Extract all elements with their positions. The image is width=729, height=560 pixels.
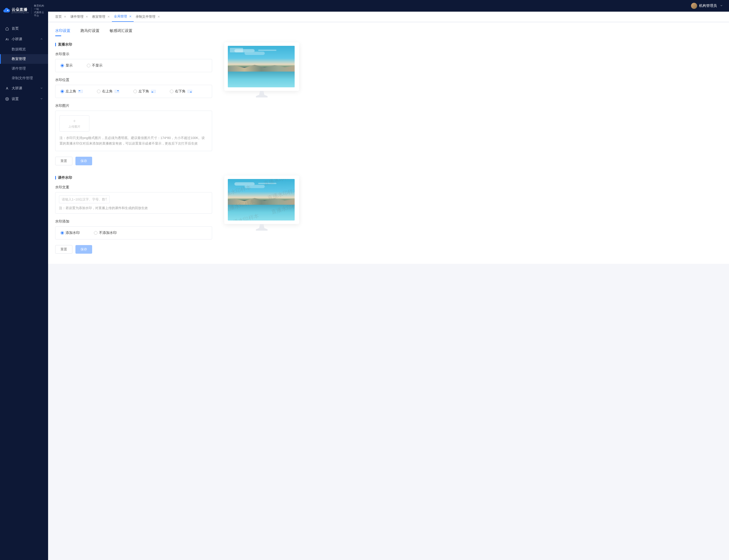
topbar: 机构管理员 [48,0,729,12]
radio-bottomleft[interactable]: 左下角 [133,89,156,94]
group-icon [5,86,9,90]
brand-domain: yunduoketang.com [12,12,29,14]
text-hint: 注：若设置为添加水印，对直播上传的课件和生成的回放生效 [59,206,208,210]
brand-title: 云朵直播 [12,8,29,12]
add-radio-group: 添加水印 不添加水印 [55,226,212,239]
nav-settings[interactable]: 设置 [0,94,48,104]
label-display: 水印显示 [55,52,212,56]
position-thumb-icon [151,90,156,93]
chevron-down-icon [40,86,43,90]
chevron-up-icon [40,37,43,41]
tab-global[interactable]: 全局管理✕ [112,12,134,22]
close-icon[interactable]: ✕ [129,15,132,18]
nav-overview[interactable]: 数据概览 [0,45,48,54]
display-radio-group: 显示 不显示 [55,59,212,72]
label-add: 水印添加 [55,219,212,224]
position-radio-group: 左上角 右上角 左下角 右下角 [55,85,212,98]
sidebar: 云朵直播 yunduoketang.com 教育机构一站 式服务云平台 首页 小… [0,0,48,560]
nav-home[interactable]: 首页 [0,23,48,34]
position-thumb-icon [188,90,192,93]
radio-no-add[interactable]: 不添加水印 [94,231,117,235]
plus-icon: ＋ [72,118,77,123]
gear-icon [5,97,9,101]
tab-home[interactable]: 首页✕ [53,12,68,22]
save-button-2[interactable]: 保存 [75,245,92,254]
close-icon[interactable]: ✕ [107,15,110,18]
reset-button[interactable]: 重置 [55,157,72,165]
section-courseware-watermark: 课件水印 [55,175,212,180]
radio-topleft[interactable]: 左上角 [60,89,83,94]
radio-bottomright[interactable]: 右下角 [170,89,192,94]
close-icon[interactable]: ✕ [86,15,88,18]
label-position: 水印位置 [55,78,212,82]
tab-recording[interactable]: 录制文件管理✕ [134,12,162,22]
close-icon[interactable]: ✕ [64,15,66,18]
logo: 云朵直播 yunduoketang.com 教育机构一站 式服务云平台 [0,0,48,21]
svg-point-1 [6,38,7,39]
home-icon [5,27,9,31]
position-thumb-icon [78,90,83,93]
tab-classroom[interactable]: 教室管理✕ [90,12,112,22]
chevron-down-icon [40,97,43,101]
watermark-text-input[interactable] [59,195,110,203]
radio-add[interactable]: 添加水印 [60,231,80,235]
label-image: 水印图片 [55,104,212,108]
upload-hint: 注：水印只支持png格式图片，且必须为透明底。建议最佳图片尺寸：174*80，大… [59,135,208,146]
page-content: 水印设置 跑马灯设置 敏感词汇设置 直播水印 水印显示 显示 不显示 [48,23,729,264]
main-nav: 首页 小班课 数据概览 教室管理 课件管理 录制文件管理 大班课 设置 [0,21,48,104]
nav-small-class[interactable]: 小班课 [0,34,48,45]
svg-point-2 [7,87,8,88]
svg-point-0 [7,10,8,11]
radio-hide[interactable]: 不显示 [87,63,103,68]
sub-tab-watermark[interactable]: 水印设置 [55,28,70,36]
user-menu[interactable]: 机构管理员 [691,3,723,9]
nav-courseware[interactable]: 课件管理 [0,64,48,73]
upload-button[interactable]: ＋ 上传图片 [59,115,89,132]
page-tabs: 首页✕ 课件管理✕ 教室管理✕ 全局管理✕ 录制文件管理✕ [48,12,729,22]
chevron-down-icon [720,4,723,8]
label-text: 水印文案 [55,185,212,190]
tab-courseware[interactable]: 课件管理✕ [68,12,90,22]
user-name: 机构管理员 [699,4,717,8]
sub-tab-marquee[interactable]: 跑马灯设置 [80,28,99,36]
preview-monitor-1 [224,42,299,91]
sub-tabs: 水印设置 跑马灯设置 敏感词汇设置 [55,23,722,36]
diagonal-watermark-icon: 直播水印样本直播水印样本 直播水印样本直播水印样本 直播水印样本直播水印样本 [228,179,295,221]
sub-tab-sensitive[interactable]: 敏感词汇设置 [110,28,132,36]
users-icon [5,37,9,41]
svg-point-3 [7,98,8,99]
position-thumb-icon [115,90,119,93]
avatar [691,3,697,9]
close-icon[interactable]: ✕ [157,15,160,18]
nav-big-class[interactable]: 大班课 [0,83,48,94]
section-live-watermark: 直播水印 [55,42,212,47]
watermark-badge-icon [230,48,243,52]
radio-show[interactable]: 显示 [60,63,73,68]
preview-monitor-2: 直播水印样本直播水印样本 直播水印样本直播水印样本 直播水印样本直播水印样本 [224,175,299,224]
brand-slogan: 教育机构一站 式服务云平台 [34,4,45,17]
reset-button-2[interactable]: 重置 [55,245,72,254]
save-button[interactable]: 保存 [75,157,92,165]
nav-classroom[interactable]: 教室管理 [0,54,48,64]
nav-recording[interactable]: 录制文件管理 [0,73,48,83]
brand-cloud-icon [3,7,10,14]
radio-topright[interactable]: 右上角 [97,89,119,94]
